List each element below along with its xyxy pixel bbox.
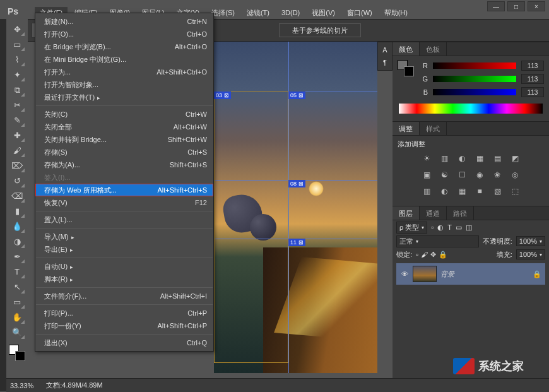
adjustment-icon[interactable]: ◐: [439, 186, 450, 197]
file-menu-item[interactable]: 存储(S)Ctrl+S: [35, 146, 213, 158]
file-menu-item[interactable]: 在 Bridge 中浏览(B)...Alt+Ctrl+O: [35, 40, 213, 53]
lock-transparent-icon[interactable]: ▫: [416, 251, 418, 259]
filter-type-icon[interactable]: T: [447, 223, 452, 231]
filter-adj-icon[interactable]: ◐: [437, 223, 444, 232]
file-menu-item[interactable]: 最近打开文件(T): [35, 91, 213, 104]
slice-tag[interactable]: 05 ⊠: [288, 92, 305, 99]
shape-tool-icon[interactable]: ▭: [9, 295, 25, 309]
crop-tool-icon[interactable]: ⧉: [9, 83, 25, 97]
g-slider[interactable]: [433, 76, 516, 82]
file-menu-item[interactable]: 存储为(A)...Shift+Ctrl+S: [35, 158, 213, 171]
adjustment-icon[interactable]: ■: [474, 186, 485, 197]
g-value[interactable]: 113: [521, 74, 544, 84]
fill-input[interactable]: 100%: [516, 249, 545, 259]
color-preview[interactable]: [398, 60, 414, 76]
opacity-input[interactable]: 100%: [516, 236, 545, 246]
adjustment-icon[interactable]: ▦: [474, 153, 485, 164]
file-menu-item[interactable]: 恢复(V)F12: [35, 196, 213, 209]
menu-help[interactable]: 帮助(H): [379, 7, 413, 19]
type-tool-icon[interactable]: T: [9, 265, 25, 278]
layer-name[interactable]: 背景: [440, 270, 454, 279]
blend-mode-select[interactable]: 正常: [396, 235, 479, 247]
file-menu-item[interactable]: 自动(U): [35, 260, 213, 273]
tab-channels[interactable]: 通道: [420, 206, 447, 220]
layer-kind-filter[interactable]: ρ 类型: [396, 222, 427, 234]
history-brush-icon[interactable]: ↺: [9, 174, 25, 187]
file-menu-item[interactable]: 退出(X)Ctrl+Q: [35, 336, 213, 349]
slice-tag[interactable]: 08 ⊠: [288, 180, 305, 187]
pen-tool-icon[interactable]: ✒: [9, 250, 25, 263]
slice-tag[interactable]: 11 ⊠: [288, 239, 305, 246]
filter-image-icon[interactable]: ▫: [431, 223, 434, 231]
win-minimize[interactable]: —: [487, 1, 505, 11]
character-panel-icon[interactable]: A: [382, 46, 387, 54]
spectrum-bar[interactable]: [399, 104, 543, 114]
eyedropper-tool-icon[interactable]: ✎: [9, 114, 25, 127]
file-menu-item[interactable]: 文件简介(F)...Alt+Shift+Ctrl+I: [35, 290, 213, 302]
tab-layers[interactable]: 图层: [393, 206, 420, 220]
lock-all-icon[interactable]: 🔒: [439, 251, 447, 259]
filter-shape-icon[interactable]: ▭: [456, 223, 462, 232]
dodge-tool-icon[interactable]: ◑: [9, 235, 25, 248]
adjustment-icon[interactable]: ▥: [421, 186, 432, 197]
file-menu-item[interactable]: 打印(P)...Ctrl+P: [35, 307, 213, 319]
tab-swatches[interactable]: 色板: [420, 42, 447, 56]
slice-tag[interactable]: 03 ⊠: [214, 92, 231, 99]
color-swatches[interactable]: [9, 345, 25, 361]
filter-smart-icon[interactable]: ◫: [466, 223, 472, 232]
adjustment-icon[interactable]: ◩: [509, 153, 521, 164]
file-menu-item[interactable]: 打开为智能对象...: [35, 78, 213, 91]
file-menu-item[interactable]: 导出(E): [35, 243, 213, 256]
win-close[interactable]: ×: [528, 1, 545, 11]
file-menu-item[interactable]: 在 Mini Bridge 中浏览(G)...: [35, 53, 213, 66]
tab-adjustments[interactable]: 调整: [393, 122, 420, 135]
slice-tool-icon[interactable]: ✂: [9, 98, 25, 112]
menu-window[interactable]: 窗口(W): [342, 7, 377, 19]
menu-3d[interactable]: 3D(D): [276, 8, 305, 18]
hand-tool-icon[interactable]: ✋: [9, 311, 25, 324]
lock-pixels-icon[interactable]: 🖌: [421, 251, 428, 259]
stamp-tool-icon[interactable]: ⌦: [9, 159, 25, 172]
path-tool-icon[interactable]: ↖: [9, 280, 25, 294]
tab-paths[interactable]: 路径: [447, 206, 474, 220]
menu-view[interactable]: 视图(V): [307, 7, 340, 19]
adjustment-icon[interactable]: ▦: [456, 186, 468, 197]
adjustment-icon[interactable]: ❀: [492, 169, 503, 181]
file-menu-item[interactable]: 置入(L)...: [35, 213, 213, 226]
file-menu-item[interactable]: 打开(O)...Ctrl+O: [35, 28, 213, 40]
r-slider[interactable]: [433, 62, 516, 69]
b-value[interactable]: 113: [521, 87, 544, 97]
adjustment-icon[interactable]: ▥: [439, 153, 450, 164]
adjustment-icon[interactable]: ▤: [492, 153, 503, 164]
layer-thumb[interactable]: [413, 266, 437, 282]
file-menu-item[interactable]: 打印一份(Y)Alt+Shift+Ctrl+P: [35, 319, 213, 332]
file-menu-item[interactable]: 脚本(R): [35, 273, 213, 285]
b-slider[interactable]: [433, 89, 516, 95]
blur-tool-icon[interactable]: 💧: [9, 220, 25, 233]
file-menu-item[interactable]: 打开为...Alt+Shift+Ctrl+O: [35, 66, 213, 78]
adjustment-icon[interactable]: ☀: [421, 153, 432, 164]
adjustment-icon[interactable]: ☯: [439, 169, 450, 181]
file-menu-item[interactable]: 导入(M): [35, 230, 213, 243]
tab-styles[interactable]: 样式: [420, 122, 447, 135]
canvas[interactable]: 03 ⊠05 ⊠08 ⊠11 ⊠: [214, 42, 377, 373]
file-menu-item[interactable]: 关闭并转到 Bridge...Shift+Ctrl+W: [35, 133, 213, 146]
slice-selection[interactable]: [214, 92, 288, 363]
adjustment-icon[interactable]: ▣: [421, 169, 432, 181]
doc-size[interactable]: 文档:4.89M/4.89M: [46, 381, 102, 390]
brush-tool-icon[interactable]: 🖌: [9, 144, 25, 157]
eraser-tool-icon[interactable]: ⌫: [9, 189, 25, 203]
adjustment-icon[interactable]: ☐: [456, 169, 468, 181]
lock-position-icon[interactable]: ✥: [430, 251, 436, 259]
adjustment-icon[interactable]: ⬚: [509, 186, 521, 197]
layer-row[interactable]: 👁 背景 🔒: [396, 263, 545, 285]
tab-color[interactable]: 颜色: [393, 42, 420, 56]
wand-tool-icon[interactable]: ✦: [9, 68, 25, 81]
adjustment-icon[interactable]: ▧: [492, 186, 503, 197]
zoom-tool-icon[interactable]: 🔍: [9, 326, 25, 339]
gradient-tool-icon[interactable]: ▮: [9, 205, 25, 218]
file-menu-item[interactable]: 关闭全部Alt+Ctrl+W: [35, 121, 213, 133]
heal-tool-icon[interactable]: ✚: [9, 129, 25, 142]
marquee-tool-icon[interactable]: ▭: [9, 38, 25, 51]
move-tool-icon[interactable]: ✥: [9, 23, 25, 36]
